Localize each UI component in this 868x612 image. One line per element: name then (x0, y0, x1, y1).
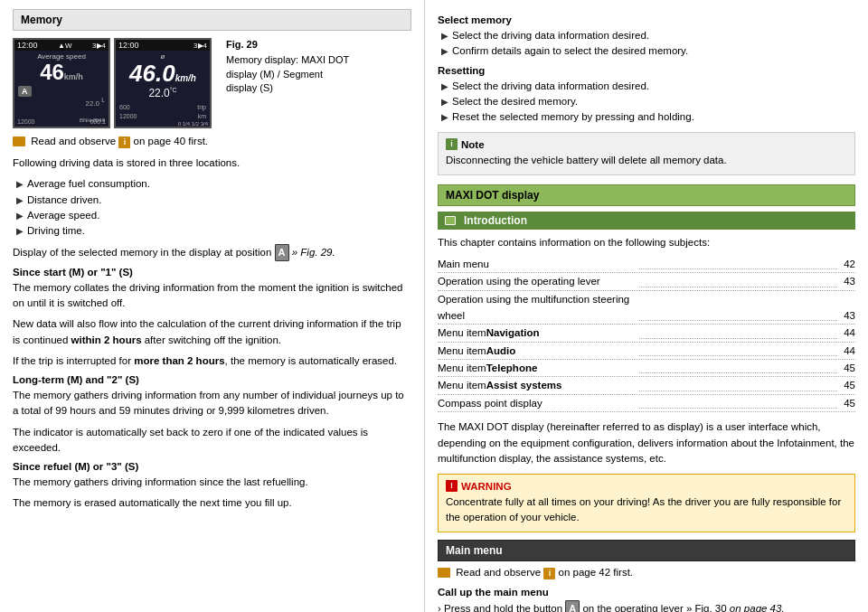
since-refuel-title: Since refuel (M) or "3" (S) (13, 461, 411, 472)
position-a-badge: A (275, 244, 289, 261)
read-observe-right: Read and observe i on page 42 first. (438, 567, 855, 579)
erased-para: The memory is erased automatically the n… (13, 495, 411, 511)
screen-bottom-2b: 12000km (119, 113, 206, 119)
bullet-arrow-3: ▶ (16, 209, 24, 223)
toc-dots-5 (639, 372, 838, 373)
longterm-title: Long-term (M) and "2" (S) (13, 374, 411, 385)
press-hold-para: › Press and hold the button A on the ope… (438, 600, 855, 612)
book-icon-right-2 (438, 568, 450, 578)
toc-page-5: 45 (844, 360, 855, 376)
screen-watermark-1: BNH-0549 (80, 118, 105, 123)
intro-chapter: This chapter contains information on the… (438, 235, 855, 250)
display-para-text: Display of the selected memory in the di… (13, 247, 271, 258)
note-title: i Note (446, 138, 847, 150)
toc-label-6: Menu itemAssist systems (438, 377, 637, 393)
warning-title-text: WARNING (461, 481, 512, 492)
reset-arrow-3: ▶ (441, 110, 448, 125)
select-memory-title: Select memory (438, 14, 855, 25)
press-hold-text: Press and hold the button (444, 603, 562, 612)
press-hold-text2: on the operating lever » Fig. 30 (582, 603, 726, 612)
call-up-title: Call up the main menu (438, 587, 855, 598)
intro-subheader-text: Introduction (464, 214, 527, 227)
read-observe-line: Read and observe i on page 40 first. (13, 136, 411, 148)
within-2hrs-bold: within 2 hours (71, 334, 142, 345)
toc-row-4: Menu itemAudio 44 (438, 343, 855, 360)
toc-dots-3 (639, 338, 838, 339)
fig-description: Memory display: MAXI DOT display (M) / S… (226, 54, 349, 93)
toc-page-4: 44 (844, 343, 855, 359)
screen-bottom-2a: 600trip (119, 104, 206, 110)
select-bullet-2: ▶ Confirm details again to select the de… (441, 43, 855, 59)
note-icon: i (446, 138, 458, 150)
maxi-dot-title: MAXI DOT display (446, 189, 539, 202)
toc-label-1: Operation using the operating lever (438, 273, 637, 289)
select-bullet-1: ▶ Select the driving data information de… (441, 28, 855, 43)
fig-30-italic: on page 43. (730, 603, 785, 612)
select-arrow-2: ▶ (441, 44, 448, 59)
bullets-list: ▶ Average fuel consumption. ▶ Distance d… (13, 176, 411, 239)
toc-row-0: Main menu 42 (438, 256, 855, 273)
read-observe-page: on page 40 first. (134, 136, 208, 146)
longterm-para: The memory gathers driving information f… (13, 388, 411, 419)
toc-dots-7 (639, 408, 838, 409)
toc-dots-1 (639, 287, 838, 287)
since-refuel-para: The memory gathers driving information s… (13, 475, 411, 490)
memory-section-header: Memory (13, 9, 411, 31)
bullet-arrow-1: ▶ (16, 177, 24, 192)
resetting-title: Resetting (438, 65, 855, 76)
main-menu-title: Main menu (446, 544, 503, 557)
warning-icon: ! (446, 480, 458, 492)
intro-para: Following driving data is stored in thre… (13, 155, 411, 171)
select-bullet-text-2: Confirm details again to select the desi… (452, 43, 688, 59)
bullet-text-1: Average fuel consumption. (27, 176, 150, 192)
segment-screen: 12:00 3▶4 ø 46.0km/h 22.0°C 600trip 1200… (114, 38, 212, 128)
toc-page-7: 45 (844, 395, 855, 411)
toc-label-3: Menu itemNavigation (438, 325, 637, 341)
bullet-arrow-4: ▶ (16, 224, 24, 239)
screen-content-2: ø 46.0km/h 22.0°C (116, 51, 210, 101)
toc-row-1: Operation using the operating lever 43 (438, 273, 855, 290)
book-icon (13, 137, 25, 146)
toc-row-2: Operation using the multifunction steeri… (438, 291, 855, 325)
bullet-text-2: Distance driven. (27, 193, 101, 208)
reset-arrow-2: ▶ (441, 95, 448, 109)
toc-label-7: Compass point display (438, 395, 637, 411)
note-text: Disconnecting the vehicle battery will d… (446, 153, 847, 168)
bullet-3: ▶ Average speed. (16, 208, 411, 223)
toc-row-5: Menu itemTelephone 45 (438, 360, 855, 377)
reset-bullet-text-1: Select the driving data information desi… (452, 79, 649, 94)
select-arrow-1: ▶ (441, 29, 448, 43)
resetting-bullets: ▶ Select the driving data information de… (438, 79, 855, 126)
note-title-text: Note (461, 139, 485, 150)
reset-bullet-2: ▶ Select the desired memory. (441, 94, 855, 109)
reset-arrow-1: ▶ (441, 80, 448, 94)
toc-label-4: Menu itemAudio (438, 343, 637, 359)
toc-row-7: Compass point display 45 (438, 395, 855, 412)
maxi-dot-header: MAXI DOT display (438, 184, 855, 206)
screen-indicator: 0 1/4 1/2 3/4 (178, 121, 208, 127)
reset-bullet-text-2: Select the desired memory. (452, 94, 578, 109)
toc-page-2: 43 (844, 307, 855, 324)
display-para-link: » Fig. 29. (292, 247, 335, 258)
note-box: i Note Disconnecting the vehicle battery… (438, 132, 855, 174)
reset-bullet-3: ▶ Reset the selected memory by pressing … (441, 109, 855, 125)
press-hold-text3: on page 43. (730, 603, 785, 612)
new-data-para: New data will also flow into the calcula… (13, 316, 411, 348)
introduction-subheader: Introduction (438, 212, 855, 230)
toc-page-3: 44 (844, 325, 855, 341)
read-observe-text: Read and observe (31, 136, 116, 146)
screen-top-bar-2: 12:00 3▶4 (116, 40, 210, 51)
screen-content-1: Average speed 46km/h A 22.0 L (14, 51, 108, 109)
warning-title: ! WARNING (446, 480, 847, 492)
toc-page-0: 42 (844, 256, 855, 272)
toc-page-6: 45 (844, 377, 855, 393)
display-para: Display of the selected memory in the di… (13, 244, 411, 261)
more-than-2hrs-bold: more than 2 hours (134, 355, 224, 366)
position-a-badge-right: A (565, 600, 580, 612)
toc-dots-4 (639, 355, 838, 356)
toc-page-1: 43 (844, 273, 855, 289)
warning-box: ! WARNING Concentrate fully at all times… (438, 474, 855, 532)
bullet-text-4: Driving time. (27, 223, 85, 239)
select-memory-bullets: ▶ Select the driving data information de… (438, 28, 855, 60)
indicator-para: The indicator is automatically set back … (13, 425, 411, 457)
